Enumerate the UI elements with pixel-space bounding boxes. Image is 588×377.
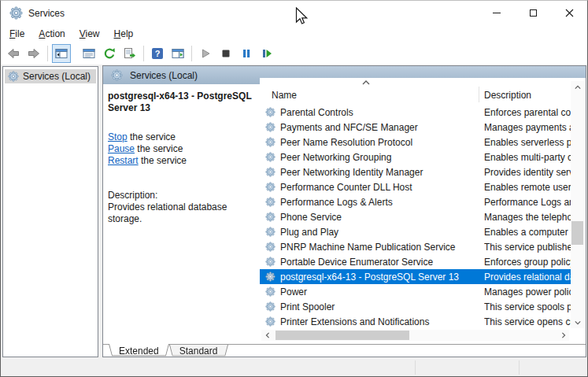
- service-description: Provides relational database storage.: [484, 272, 571, 283]
- stop-service-button[interactable]: [216, 44, 235, 63]
- menu-file[interactable]: File: [2, 27, 31, 41]
- action-text: the service: [128, 131, 176, 142]
- service-gear-icon: [265, 122, 276, 132]
- service-row[interactable]: PowerManages power policy and power poli…: [260, 284, 571, 299]
- forward-button[interactable]: [24, 44, 43, 63]
- scroll-down-icon[interactable]: [575, 320, 581, 326]
- status-bar: [1, 359, 587, 376]
- service-gear-icon: [265, 272, 276, 282]
- service-row[interactable]: Parental ControlsEnforces parental contr…: [260, 105, 571, 120]
- service-gear-icon: [265, 197, 276, 207]
- vertical-scroll-thumb[interactable]: [571, 221, 583, 245]
- service-row[interactable]: Print SpoolerThis service spools print j…: [260, 299, 571, 314]
- horizontal-scrollbar[interactable]: [261, 330, 569, 341]
- menu-action[interactable]: Action: [31, 27, 72, 41]
- start-service-button[interactable]: [196, 44, 215, 63]
- service-row[interactable]: Peer Networking GroupingEnables multi-pa…: [260, 150, 571, 164]
- minimize-icon: [493, 13, 501, 13]
- pane-header-title: Services (Local): [130, 70, 198, 81]
- service-description: Enables multi-party communication using …: [484, 152, 571, 163]
- status-bar-separator: [415, 360, 416, 375]
- stop-service-link[interactable]: Stop: [108, 131, 128, 142]
- title-bar[interactable]: Services: [1, 1, 587, 25]
- service-gear-icon: [265, 152, 276, 162]
- pause-service-icon: [240, 47, 253, 60]
- service-row[interactable]: Printer Extensions and NotificationsThis…: [260, 314, 571, 328]
- column-separator[interactable]: [479, 87, 479, 102]
- sort-ascending-icon: [362, 80, 370, 85]
- close-button[interactable]: [551, 1, 587, 25]
- service-gear-icon: [265, 301, 276, 312]
- column-header-name[interactable]: Name: [272, 90, 297, 101]
- selected-service-title: postgresql-x64-13 - PostgreSQL Server 13: [108, 91, 253, 114]
- window-title: Services: [28, 8, 65, 19]
- service-row[interactable]: Portable Device Enumerator ServiceEnforc…: [260, 254, 571, 269]
- scroll-up-icon[interactable]: [575, 84, 581, 91]
- description-text: Provides relational database storage.: [108, 201, 253, 225]
- services-header-icon: [111, 69, 123, 81]
- service-name: Peer Networking Identity Manager: [280, 167, 484, 178]
- service-description: This service spools print jobs and handl…: [484, 301, 571, 312]
- restart-service-button[interactable]: [257, 44, 276, 63]
- pause-service-link[interactable]: Pause: [108, 143, 135, 154]
- service-row[interactable]: Performance Counter DLL HostEnables remo…: [260, 179, 571, 194]
- service-gear-icon: [265, 316, 276, 327]
- services-window: Services File Action View Help: [0, 0, 588, 377]
- column-header-description[interactable]: Description: [484, 90, 531, 101]
- pause-service-button[interactable]: [237, 44, 256, 63]
- view-tabs: Extended Standard: [103, 344, 586, 357]
- menu-view[interactable]: View: [72, 27, 107, 41]
- service-row[interactable]: Peer Networking Identity ManagerProvides…: [260, 164, 571, 179]
- export-list-button[interactable]: [120, 44, 139, 63]
- scroll-left-icon[interactable]: [264, 332, 271, 338]
- service-name: Phone Service: [280, 212, 484, 223]
- service-description: Provides identity services for the Peer …: [484, 167, 571, 178]
- service-row[interactable]: Plug and PlayEnables a computer to recog…: [260, 224, 571, 239]
- service-description: Manages payments and Near Field Communic…: [484, 122, 571, 133]
- service-name: Peer Name Resolution Protocol: [280, 137, 484, 148]
- toolbar: ?: [1, 42, 587, 65]
- restart-service-link[interactable]: Restart: [108, 155, 139, 166]
- restart-service-icon: [261, 47, 273, 60]
- service-row[interactable]: postgresql-x64-13 - PostgreSQL Server 13…: [260, 269, 571, 284]
- service-name: Print Spooler: [280, 301, 484, 312]
- refresh-button[interactable]: [100, 44, 119, 63]
- back-button[interactable]: [4, 44, 23, 63]
- close-icon: [565, 9, 574, 17]
- service-description: Enables serverless peer name resolution …: [484, 137, 571, 148]
- horizontal-scroll-thumb[interactable]: [276, 331, 409, 340]
- menu-bar: File Action View Help: [1, 25, 587, 42]
- service-name: Printer Extensions and Notifications: [280, 316, 484, 327]
- tab-label: Standard: [179, 346, 218, 357]
- list-header: Name Description: [260, 78, 571, 104]
- tree-item-services-local[interactable]: Services (Local): [5, 69, 96, 83]
- service-row[interactable]: PNRP Machine Name Publication ServiceThi…: [260, 239, 571, 254]
- service-name: Payments and NFC/SE Manager: [280, 122, 484, 133]
- menu-help[interactable]: Help: [107, 27, 141, 41]
- maximize-button[interactable]: [515, 1, 551, 25]
- service-row[interactable]: Phone ServiceManages the telephony state…: [260, 209, 571, 224]
- minimize-button[interactable]: [479, 1, 515, 25]
- show-action-pane-button[interactable]: [168, 44, 187, 63]
- show-console-tree-button[interactable]: [52, 44, 71, 63]
- tree-item-label: Services (Local): [23, 71, 91, 82]
- action-text: the service: [139, 155, 187, 166]
- service-row[interactable]: Performance Logs & AlertsPerformance Log…: [260, 194, 571, 209]
- export-list-icon: [124, 47, 136, 60]
- service-description: This service publishes a machine name us…: [484, 242, 571, 253]
- scroll-right-icon[interactable]: [560, 332, 567, 338]
- tab-standard[interactable]: Standard: [169, 345, 228, 357]
- tab-extended[interactable]: Extended: [109, 344, 169, 357]
- service-row[interactable]: Payments and NFC/SE ManagerManages payme…: [260, 120, 571, 135]
- service-gear-icon: [265, 182, 276, 192]
- description-label: Description:: [108, 190, 253, 201]
- help-button[interactable]: ?: [148, 44, 167, 63]
- service-name: Portable Device Enumerator Service: [280, 257, 484, 268]
- service-name: Performance Logs & Alerts: [280, 197, 484, 208]
- service-description: Enables a computer to recognize and adap…: [484, 227, 571, 238]
- service-name: postgresql-x64-13 - PostgreSQL Server 13: [280, 272, 484, 283]
- vertical-scrollbar[interactable]: [571, 81, 584, 328]
- status-bar-separator: [519, 360, 520, 375]
- properties-button[interactable]: [80, 44, 98, 63]
- service-row[interactable]: Peer Name Resolution ProtocolEnables ser…: [260, 135, 571, 150]
